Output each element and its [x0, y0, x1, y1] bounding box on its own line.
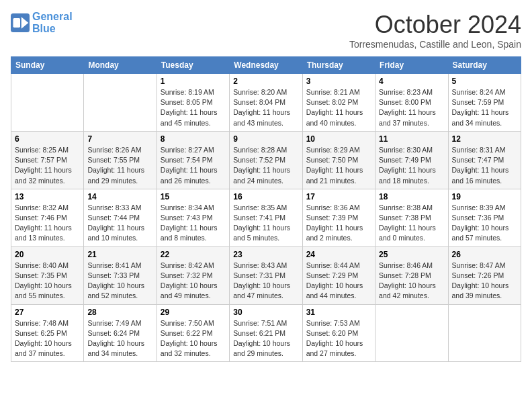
day-number: 6	[15, 134, 80, 144]
calendar-cell: 2Sunrise: 8:20 AMSunset: 8:04 PMDaylight…	[230, 74, 302, 132]
day-number: 20	[15, 250, 80, 259]
day-number: 19	[452, 192, 517, 201]
calendar-cell: 3Sunrise: 8:21 AMSunset: 8:02 PMDaylight…	[302, 74, 375, 132]
day-info: Sunrise: 8:39 AMSunset: 7:36 PMDaylight:…	[452, 203, 517, 244]
day-info: Sunrise: 7:51 AMSunset: 6:21 PMDaylight:…	[233, 318, 298, 359]
location: Torresmenudas, Castille and Leon, Spain	[349, 39, 521, 50]
month-title: October 2024	[349, 11, 521, 39]
calendar-cell: 11Sunrise: 8:30 AMSunset: 7:49 PMDayligh…	[375, 131, 448, 189]
calendar-week-row: 1Sunrise: 8:19 AMSunset: 8:05 PMDaylight…	[11, 74, 521, 132]
day-number: 10	[306, 134, 371, 144]
day-info: Sunrise: 8:31 AMSunset: 7:47 PMDaylight:…	[452, 145, 517, 186]
day-info: Sunrise: 7:50 AMSunset: 6:22 PMDaylight:…	[161, 318, 226, 359]
day-info: Sunrise: 8:33 AMSunset: 7:44 PMDaylight:…	[87, 203, 152, 244]
day-info: Sunrise: 8:26 AMSunset: 7:55 PMDaylight:…	[87, 145, 152, 186]
day-number: 13	[15, 192, 80, 201]
day-header-tuesday: Tuesday	[157, 57, 229, 74]
day-header-friday: Friday	[375, 57, 448, 74]
calendar-cell: 7Sunrise: 8:26 AMSunset: 7:55 PMDaylight…	[84, 131, 157, 189]
day-number: 27	[15, 308, 80, 317]
day-info: Sunrise: 8:28 AMSunset: 7:52 PMDaylight:…	[233, 145, 298, 186]
day-info: Sunrise: 8:30 AMSunset: 7:49 PMDaylight:…	[379, 145, 444, 186]
logo-icon	[11, 13, 30, 32]
day-number: 15	[161, 192, 226, 201]
day-number: 14	[87, 192, 152, 201]
calendar-cell: 27Sunrise: 7:48 AMSunset: 6:25 PMDayligh…	[11, 304, 84, 362]
day-info: Sunrise: 7:48 AMSunset: 6:25 PMDaylight:…	[15, 318, 80, 359]
day-info: Sunrise: 8:24 AMSunset: 7:59 PMDaylight:…	[452, 87, 517, 128]
logo-line1: General	[32, 11, 73, 22]
calendar-cell: 18Sunrise: 8:38 AMSunset: 7:38 PMDayligh…	[375, 189, 448, 246]
day-number: 22	[161, 250, 226, 259]
day-info: Sunrise: 8:20 AMSunset: 8:04 PMDaylight:…	[233, 87, 298, 128]
calendar-cell	[448, 304, 521, 362]
day-info: Sunrise: 8:35 AMSunset: 7:41 PMDaylight:…	[233, 203, 298, 244]
day-header-saturday: Saturday	[448, 57, 521, 74]
day-info: Sunrise: 8:47 AMSunset: 7:26 PMDaylight:…	[452, 261, 517, 302]
day-number: 2	[233, 77, 298, 86]
day-number: 5	[452, 77, 517, 86]
calendar-cell: 24Sunrise: 8:44 AMSunset: 7:29 PMDayligh…	[302, 246, 375, 304]
day-number: 3	[306, 77, 371, 86]
day-number: 25	[379, 250, 444, 259]
logo-line2: Blue	[32, 23, 56, 34]
day-info: Sunrise: 8:46 AMSunset: 7:28 PMDaylight:…	[379, 261, 444, 302]
day-header-monday: Monday	[84, 57, 157, 74]
calendar-cell: 6Sunrise: 8:25 AMSunset: 7:57 PMDaylight…	[11, 131, 84, 189]
day-number: 24	[306, 250, 371, 259]
day-number: 12	[452, 134, 517, 144]
calendar-cell	[11, 74, 84, 132]
day-info: Sunrise: 8:19 AMSunset: 8:05 PMDaylight:…	[161, 87, 226, 128]
calendar-cell: 29Sunrise: 7:50 AMSunset: 6:22 PMDayligh…	[157, 304, 229, 362]
day-info: Sunrise: 8:41 AMSunset: 7:33 PMDaylight:…	[87, 261, 152, 302]
calendar-cell: 12Sunrise: 8:31 AMSunset: 7:47 PMDayligh…	[448, 131, 521, 189]
calendar-cell: 5Sunrise: 8:24 AMSunset: 7:59 PMDaylight…	[448, 74, 521, 132]
calendar-cell	[84, 74, 157, 132]
calendar-table: SundayMondayTuesdayWednesdayThursdayFrid…	[11, 56, 521, 362]
calendar-cell: 21Sunrise: 8:41 AMSunset: 7:33 PMDayligh…	[84, 246, 157, 304]
calendar-cell	[375, 304, 448, 362]
day-number: 28	[87, 308, 152, 317]
calendar-week-row: 6Sunrise: 8:25 AMSunset: 7:57 PMDaylight…	[11, 131, 521, 189]
day-info: Sunrise: 8:38 AMSunset: 7:38 PMDaylight:…	[379, 203, 444, 244]
day-info: Sunrise: 8:23 AMSunset: 8:00 PMDaylight:…	[379, 87, 444, 128]
calendar-cell: 9Sunrise: 8:28 AMSunset: 7:52 PMDaylight…	[230, 131, 302, 189]
calendar-cell: 28Sunrise: 7:49 AMSunset: 6:24 PMDayligh…	[84, 304, 157, 362]
calendar-cell: 31Sunrise: 7:53 AMSunset: 6:20 PMDayligh…	[302, 304, 375, 362]
day-number: 31	[306, 308, 371, 317]
day-info: Sunrise: 8:34 AMSunset: 7:43 PMDaylight:…	[161, 203, 226, 244]
day-number: 23	[233, 250, 298, 259]
calendar-cell: 1Sunrise: 8:19 AMSunset: 8:05 PMDaylight…	[157, 74, 229, 132]
day-number: 17	[306, 192, 371, 201]
day-number: 9	[233, 134, 298, 144]
calendar-cell: 4Sunrise: 8:23 AMSunset: 8:00 PMDaylight…	[375, 74, 448, 132]
calendar-cell: 30Sunrise: 7:51 AMSunset: 6:21 PMDayligh…	[230, 304, 302, 362]
calendar-week-row: 13Sunrise: 8:32 AMSunset: 7:46 PMDayligh…	[11, 189, 521, 246]
day-info: Sunrise: 8:29 AMSunset: 7:50 PMDaylight:…	[306, 145, 371, 186]
svg-rect-2	[13, 18, 21, 28]
calendar-cell: 17Sunrise: 8:36 AMSunset: 7:39 PMDayligh…	[302, 189, 375, 246]
calendar-cell: 10Sunrise: 8:29 AMSunset: 7:50 PMDayligh…	[302, 131, 375, 189]
title-block: October 2024 Torresmenudas, Castille and…	[349, 11, 521, 50]
day-number: 8	[161, 134, 226, 144]
calendar-cell: 20Sunrise: 8:40 AMSunset: 7:35 PMDayligh…	[11, 246, 84, 304]
day-number: 16	[233, 192, 298, 201]
day-number: 21	[87, 250, 152, 259]
logo-text: General Blue	[32, 11, 73, 34]
day-info: Sunrise: 8:21 AMSunset: 8:02 PMDaylight:…	[306, 87, 371, 128]
calendar-cell: 26Sunrise: 8:47 AMSunset: 7:26 PMDayligh…	[448, 246, 521, 304]
calendar-cell: 8Sunrise: 8:27 AMSunset: 7:54 PMDaylight…	[157, 131, 229, 189]
day-info: Sunrise: 8:42 AMSunset: 7:32 PMDaylight:…	[161, 261, 226, 302]
calendar-cell: 19Sunrise: 8:39 AMSunset: 7:36 PMDayligh…	[448, 189, 521, 246]
calendar-cell: 22Sunrise: 8:42 AMSunset: 7:32 PMDayligh…	[157, 246, 229, 304]
day-number: 29	[161, 308, 226, 317]
day-info: Sunrise: 8:43 AMSunset: 7:31 PMDaylight:…	[233, 261, 298, 302]
day-info: Sunrise: 8:36 AMSunset: 7:39 PMDaylight:…	[306, 203, 371, 244]
day-info: Sunrise: 7:49 AMSunset: 6:24 PMDaylight:…	[87, 318, 152, 359]
logo: General Blue	[11, 11, 73, 34]
calendar-week-row: 27Sunrise: 7:48 AMSunset: 6:25 PMDayligh…	[11, 304, 521, 362]
day-number: 4	[379, 77, 444, 86]
calendar-week-row: 20Sunrise: 8:40 AMSunset: 7:35 PMDayligh…	[11, 246, 521, 304]
day-info: Sunrise: 8:32 AMSunset: 7:46 PMDaylight:…	[15, 203, 80, 244]
calendar-cell: 23Sunrise: 8:43 AMSunset: 7:31 PMDayligh…	[230, 246, 302, 304]
